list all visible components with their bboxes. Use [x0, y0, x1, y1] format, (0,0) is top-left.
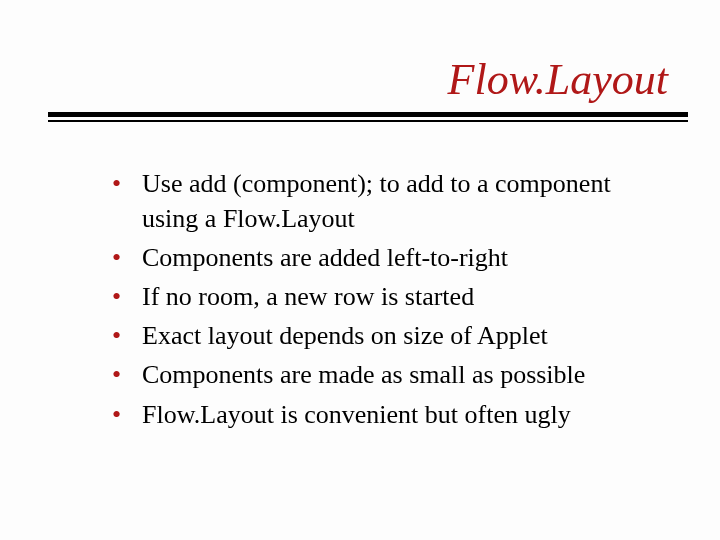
list-item: Components are added left-to-right [112, 240, 672, 275]
title-underline [48, 112, 688, 122]
text: is convenient but often ugly [274, 400, 571, 429]
slide: Flow.Layout Use add (component); to add … [0, 0, 720, 540]
code-text: Flow.Layout [142, 400, 274, 429]
slide-title: Flow.Layout [448, 54, 668, 105]
text: Components are made as small as possible [142, 360, 585, 389]
rule-thick [48, 112, 688, 117]
list-item: Flow.Layout is convenient but often ugly [112, 397, 672, 432]
text: If no room, a new row is started [142, 282, 474, 311]
code-text: Flow.Layout [223, 204, 355, 233]
code-text: add (component); [189, 169, 373, 198]
rule-thin [48, 120, 688, 122]
list-item: Components are made as small as possible [112, 357, 672, 392]
list-item: If no room, a new row is started [112, 279, 672, 314]
list-item: Exact layout depends on size of Applet [112, 318, 672, 353]
list-item: Use add (component); to add to a compone… [112, 166, 672, 236]
bullet-list: Use add (component); to add to a compone… [72, 166, 672, 436]
text: Exact layout depends on size of Applet [142, 321, 548, 350]
text: Components are added left-to-right [142, 243, 508, 272]
text: Use [142, 169, 189, 198]
